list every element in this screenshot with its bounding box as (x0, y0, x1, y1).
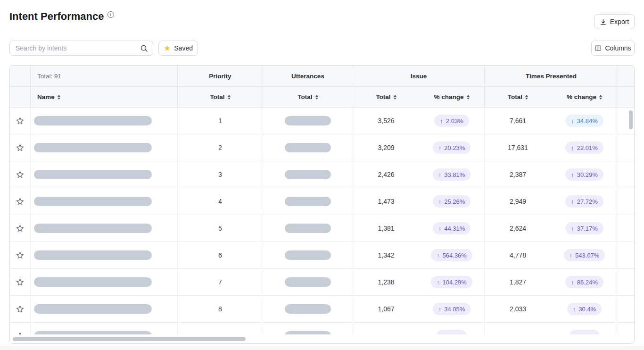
priority-cell: 3 (178, 161, 263, 188)
intent-name-cell (31, 215, 178, 242)
issue-change-badge: ↑ 20.23% (433, 142, 471, 154)
sort-header-times-change-label: % change (567, 93, 596, 100)
issue-total-cell: 2,426 (353, 161, 419, 188)
trend-arrow-icon: ↑ (571, 225, 574, 232)
utterances-cell (263, 108, 353, 134)
priority-cell: 1 (178, 108, 263, 134)
sort-header-times-total[interactable]: Total (485, 87, 551, 107)
table-row: 6 1,342 ↑ 564.36% 4,778 ↑ 543.07% (10, 242, 634, 269)
star-outline-icon[interactable] (16, 250, 25, 260)
intent-name-cell (31, 242, 178, 268)
search-box[interactable] (9, 41, 153, 56)
columns-button[interactable]: Columns (591, 41, 635, 56)
star-outline-icon[interactable] (16, 143, 25, 152)
priority-cell: 6 (178, 242, 263, 268)
star-outline-icon[interactable] (16, 277, 25, 287)
times-total-cell: 1,827 (485, 269, 551, 295)
intent-name-cell (31, 269, 178, 295)
star-outline-icon[interactable] (16, 224, 25, 233)
search-icon[interactable] (140, 44, 148, 52)
issue-change-value: 564.36% (443, 252, 467, 259)
priority-cell: 5 (178, 215, 263, 242)
sort-icon (394, 95, 396, 100)
issue-change-value: 2.03% (446, 117, 463, 125)
page-bottom-strip (0, 346, 644, 350)
horizontal-scrollbar-thumb[interactable] (13, 337, 246, 341)
times-change-badge: ↑ 37.17% (565, 222, 603, 234)
trend-arrow-icon: ↑ (437, 252, 440, 259)
sort-icon (315, 95, 318, 100)
issue-change-value: 20.23% (444, 144, 465, 151)
sort-header-utterances-total[interactable]: Total (263, 87, 353, 107)
subheader-favorite (10, 87, 31, 107)
star-outline-icon[interactable] (16, 304, 25, 314)
times-change-value: 27.72% (577, 198, 598, 205)
trend-arrow-icon: ↓ (571, 117, 574, 125)
favorite-cell (10, 323, 31, 334)
trend-arrow-icon: ↑ (571, 198, 574, 205)
star-outline-icon[interactable] (16, 331, 25, 334)
trend-arrow-icon: ↑ (573, 306, 576, 313)
issue-change-cell: ↑ 20.23% (419, 134, 485, 161)
star-outline-icon[interactable] (16, 197, 25, 206)
times-change-badge: ↑ 543.07% (564, 249, 605, 261)
issue-total-cell: 1,473 (353, 188, 419, 215)
redacted-utterances-pill (285, 224, 331, 233)
redacted-utterances-pill (285, 304, 331, 314)
intent-name-cell (31, 108, 178, 134)
total-count-label: Total: 91 (31, 66, 178, 86)
row-overflow-cell (618, 296, 634, 322)
times-change-value: 22.01% (577, 144, 598, 151)
group-header-utterances: Utterances (263, 66, 353, 86)
trend-arrow-icon: ↑ (438, 144, 442, 151)
sort-icon (467, 95, 470, 100)
horizontal-scrollbar (10, 334, 634, 344)
sort-header-issue-change[interactable]: % change (419, 87, 485, 107)
times-change-cell: ↑ 22.01% (551, 134, 618, 161)
sort-header-utterances-total-label: Total (297, 93, 312, 100)
sort-icon (599, 95, 602, 100)
trend-arrow-icon: ↑ (438, 171, 442, 178)
issue-change-cell: ↑ 104.29% (419, 269, 485, 295)
info-icon[interactable]: i (107, 11, 114, 18)
trend-arrow-icon: ↑ (571, 171, 574, 178)
favorite-cell (10, 188, 31, 215)
priority-cell: 2 (178, 134, 263, 161)
times-change-badge: ↓ 34.84% (565, 115, 603, 127)
favorite-cell (10, 215, 31, 242)
table-row: 3 2,426 ↑ 33.81% 2,387 ↑ 30.29% (10, 161, 634, 188)
redacted-utterances-pill (285, 170, 331, 179)
times-total-cell: 17,631 (485, 134, 551, 161)
row-overflow-cell (618, 242, 634, 268)
utterances-cell (263, 215, 353, 242)
times-change-badge (570, 330, 600, 334)
redacted-name-pill (34, 143, 152, 152)
sort-header-name[interactable]: Name (31, 87, 178, 107)
sort-header-times-change[interactable]: % change (551, 87, 618, 107)
trend-arrow-icon: ↑ (571, 144, 574, 151)
redacted-utterances-pill (285, 250, 331, 260)
saved-filter-button[interactable]: ★ Saved (158, 41, 198, 56)
times-change-cell: ↓ 34.84% (551, 108, 618, 134)
trend-arrow-icon: ↑ (438, 306, 442, 313)
favorite-cell (10, 161, 31, 188)
star-outline-icon[interactable] (16, 170, 25, 179)
favorite-cell (10, 242, 31, 268)
favorite-cell (10, 269, 31, 295)
sort-header-issue-total[interactable]: Total (353, 87, 419, 107)
times-change-cell (551, 323, 618, 334)
issue-total-cell: 3,209 (353, 134, 419, 161)
sort-icon (228, 95, 231, 100)
search-input[interactable] (10, 44, 140, 52)
table-row: 4 1,473 ↑ 25.26% 2,949 ↑ 27.72% (10, 188, 634, 215)
utterances-cell (263, 242, 353, 268)
export-button[interactable]: Export (594, 14, 635, 29)
table-subheader-row: Name Total Total Total % change Total (10, 86, 634, 108)
issue-change-value: 44.31% (444, 225, 465, 232)
vertical-scrollbar-thumb[interactable] (629, 110, 633, 129)
intent-name-cell (31, 188, 178, 215)
times-change-value: 543.07% (575, 252, 599, 259)
sort-header-priority-total[interactable]: Total (178, 87, 263, 107)
page-title: Intent Performance i (9, 10, 114, 23)
star-outline-icon[interactable] (16, 116, 25, 125)
